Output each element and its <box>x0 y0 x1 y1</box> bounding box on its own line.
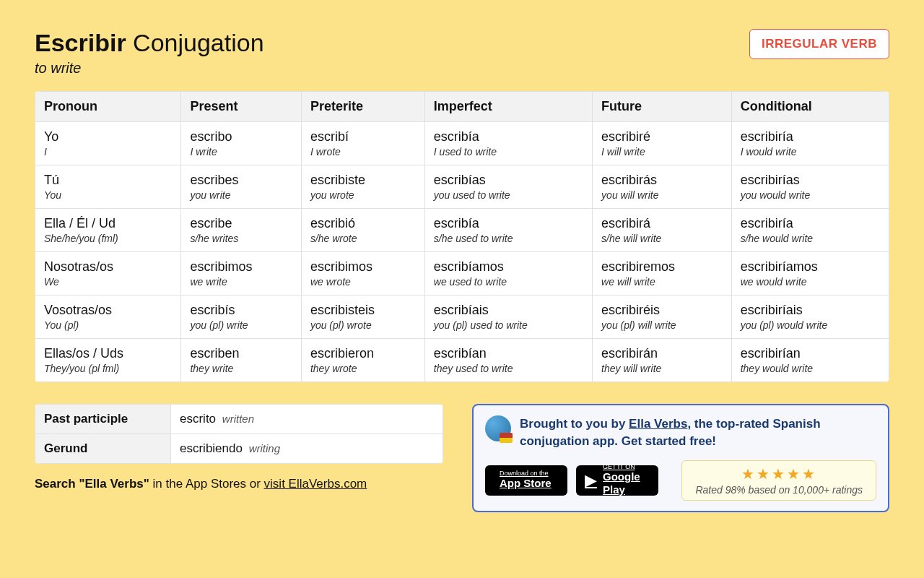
irregular-badge: IRREGULAR VERB <box>749 29 889 59</box>
cell-preterite: escribisteisyou (pl) wrote <box>301 296 424 339</box>
page-title: Escribir Conjugation <box>35 29 264 57</box>
title-block: Escribir Conjugation to write <box>35 29 264 77</box>
col-conditional: Conditional <box>731 92 889 122</box>
cell-imperfect: escribíanthey used to write <box>424 339 592 382</box>
cell-future: escribiréisyou (pl) will write <box>593 296 732 339</box>
cell-imperfect: escribíaI used to write <box>424 122 592 165</box>
cell-pronoun: TúYou <box>35 165 181 209</box>
cell-pronoun: Vosotras/osYou (pl) <box>35 296 181 339</box>
cell-pronoun: Ella / Él / UdShe/he/you (fml) <box>35 209 181 252</box>
col-pronoun: Pronoun <box>35 92 181 122</box>
ella-verbs-link[interactable]: Ella Verbs <box>629 417 687 431</box>
promo-box: Brought to you by Ella Verbs, the top-ra… <box>472 404 889 512</box>
promo-text: Brought to you by Ella Verbs, the top-ra… <box>520 415 876 450</box>
col-future: Future <box>593 92 732 122</box>
cell-preterite: escribimoswe wrote <box>301 252 424 296</box>
cell-future: escribirás/he will write <box>593 209 732 252</box>
verb-translation: to write <box>35 60 264 77</box>
cell-future: escribirásyou will write <box>593 165 732 209</box>
visit-link[interactable]: visit EllaVerbs.com <box>264 477 367 491</box>
cell-future: escribiréI will write <box>593 122 732 165</box>
cell-present: escribesyou write <box>181 165 301 209</box>
cell-present: escribísyou (pl) write <box>181 296 301 339</box>
cell-preterite: escribisteyou wrote <box>301 165 424 209</box>
conjugation-table: Pronoun Present Preterite Imperfect Futu… <box>35 91 889 382</box>
cell-conditional: escribiríaisyou (pl) would write <box>731 296 889 339</box>
cell-imperfect: escribíamoswe used to write <box>424 252 592 296</box>
table-row: Vosotras/osYou (pl)escribísyou (pl) writ… <box>35 296 889 339</box>
cell-future: escribiremoswe will write <box>593 252 732 296</box>
cell-conditional: escribiríanthey would write <box>731 339 889 382</box>
table-row: Ellas/os / UdsThey/you (pl fml)escribent… <box>35 339 889 382</box>
table-row: YoIescriboI writeescribíI wroteescribíaI… <box>35 122 889 165</box>
cell-conditional: escribiríamoswe would write <box>731 252 889 296</box>
cell-preterite: escribieronthey wrote <box>301 339 424 382</box>
rating-box: ★★★★★ Rated 98% based on 10,000+ ratings <box>681 460 876 501</box>
table-row: Ella / Él / UdShe/he/you (fml)escribes/h… <box>35 209 889 252</box>
col-imperfect: Imperfect <box>424 92 592 122</box>
cell-pronoun: Ellas/os / UdsThey/you (pl fml) <box>35 339 181 382</box>
rating-text: Rated 98% based on 10,000+ ratings <box>695 484 863 496</box>
cell-imperfect: escribíaisyou (pl) used to write <box>424 296 592 339</box>
cell-pronoun: YoI <box>35 122 181 165</box>
cell-conditional: escribiríaI would write <box>731 122 889 165</box>
past-participle-value: escrito written <box>171 405 443 434</box>
app-store-button[interactable]: Download on theApp Store <box>485 465 567 496</box>
gerund-label: Gerund <box>35 434 171 464</box>
cell-pronoun: Nosotras/osWe <box>35 252 181 296</box>
search-line: Search "Ella Verbs" in the App Stores or… <box>35 477 443 491</box>
past-participle-label: Past participle <box>35 405 171 434</box>
cell-preterite: escribiós/he wrote <box>301 209 424 252</box>
cell-present: escribenthey write <box>181 339 301 382</box>
col-preterite: Preterite <box>301 92 424 122</box>
play-icon: ▶ <box>585 471 597 490</box>
col-present: Present <box>181 92 301 122</box>
cell-preterite: escribíI wrote <box>301 122 424 165</box>
star-icons: ★★★★★ <box>695 465 863 483</box>
table-row: TúYouescribesyou writeescribisteyou wrot… <box>35 165 889 209</box>
cell-conditional: escribirías/he would write <box>731 209 889 252</box>
cell-imperfect: escribíasyou used to write <box>424 165 592 209</box>
cell-conditional: escribiríasyou would write <box>731 165 889 209</box>
table-row: Nosotras/osWeescribimoswe writeescribimo… <box>35 252 889 296</box>
cell-present: escribes/he writes <box>181 209 301 252</box>
gerund-value: escribiendo writing <box>171 434 443 464</box>
cell-present: escribimoswe write <box>181 252 301 296</box>
cell-future: escribiránthey will write <box>593 339 732 382</box>
app-icon <box>485 415 511 441</box>
google-play-button[interactable]: ▶ GET IT ONGoogle Play <box>576 465 658 496</box>
cell-imperfect: escribías/he used to write <box>424 209 592 252</box>
participle-table: Past participle escrito written Gerund e… <box>35 404 443 464</box>
cell-present: escriboI write <box>181 122 301 165</box>
